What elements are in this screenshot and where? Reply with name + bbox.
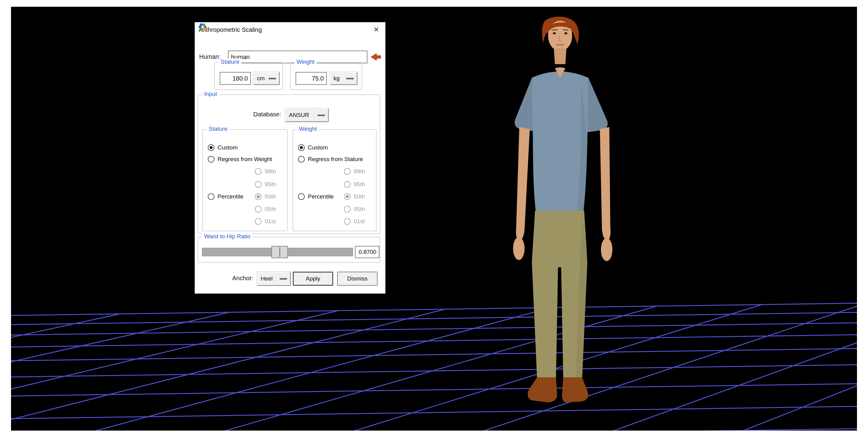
input-weight-label: Weight xyxy=(297,125,319,132)
radio-weight-95th-label: 95th xyxy=(354,181,365,188)
radio-weight-50th-label: 50th xyxy=(354,193,365,200)
human-label: Human: xyxy=(199,53,221,60)
anchor-dropdown[interactable]: Heel xyxy=(257,272,291,286)
radio-stature-99th-label: 99th xyxy=(265,168,276,175)
database-label: Database: xyxy=(253,111,281,118)
human-head xyxy=(542,17,579,51)
radio-stature-95th-label: 95th xyxy=(265,181,276,188)
dialog-title: Anthropometric Scaling xyxy=(198,26,262,33)
dropdown-dash-icon xyxy=(269,78,276,79)
radio-stature-05th xyxy=(255,206,261,212)
stature-group: Stature cm xyxy=(214,62,283,90)
waist-ratio-value-input[interactable] xyxy=(355,246,379,258)
radio-weight-99th xyxy=(344,168,351,175)
radio-weight-01st-label: 01st xyxy=(354,218,365,225)
weight-unit-dropdown[interactable]: kg xyxy=(330,72,358,85)
radio-weight-regress-label: Regress from Stature xyxy=(308,156,363,163)
input-group-label: Input xyxy=(202,91,219,97)
weight-unit-value: kg xyxy=(334,75,340,82)
radio-stature-regress[interactable] xyxy=(208,156,215,163)
dropdown-dash-icon xyxy=(280,278,287,280)
radio-stature-01st-label: 01st xyxy=(265,218,276,225)
human-figure[interactable] xyxy=(478,16,641,414)
anchor-value: Heel xyxy=(261,275,273,282)
radio-stature-95th xyxy=(255,181,261,188)
weight-group: Weight kg xyxy=(290,62,362,90)
close-button[interactable]: ✕ xyxy=(368,22,385,37)
weight-value-input[interactable] xyxy=(296,72,327,85)
radio-weight-percentile[interactable] xyxy=(298,193,305,200)
anthropometric-scaling-dialog: Anthropometric Scaling ✕ Human: Stature … xyxy=(194,22,385,294)
input-weight-subgroup: Weight Custom Regress from Stature 99th xyxy=(292,129,377,231)
radio-weight-01st xyxy=(344,218,351,225)
pick-human-icon[interactable] xyxy=(370,52,381,62)
slider-thumb-ridge xyxy=(279,247,280,257)
human-pants xyxy=(532,211,587,379)
input-stature-label: Stature xyxy=(207,125,229,132)
radio-weight-custom[interactable] xyxy=(298,144,305,151)
radio-stature-99th xyxy=(255,168,261,175)
radio-weight-regress[interactable] xyxy=(298,156,305,163)
dropdown-dash-icon xyxy=(318,115,325,116)
ground-grid xyxy=(11,7,857,431)
human-neck xyxy=(554,49,566,64)
radio-weight-percentile-label: Percentile xyxy=(308,193,334,200)
stature-value-input[interactable] xyxy=(220,72,251,85)
radio-stature-percentile[interactable] xyxy=(208,193,215,200)
radio-stature-05th-label: 05th xyxy=(265,206,276,212)
dialog-titlebar[interactable]: Anthropometric Scaling xyxy=(195,22,385,37)
radio-weight-05th-label: 05th xyxy=(354,206,365,212)
app-icon xyxy=(198,22,207,32)
dismiss-button[interactable]: Dismiss xyxy=(337,272,377,286)
application-window: Anthropometric Scaling ✕ Human: Stature … xyxy=(0,0,868,441)
waist-hip-ratio-label: Waist to Hip Ratio xyxy=(202,233,252,240)
radio-stature-regress-label: Regress from Weight xyxy=(218,156,272,163)
radio-stature-01st xyxy=(255,218,261,225)
dropdown-dash-icon xyxy=(346,78,354,79)
radio-stature-custom[interactable] xyxy=(208,144,215,151)
stature-unit-value: cm xyxy=(257,75,265,82)
waist-hip-ratio-group: Waist to Hip Ratio xyxy=(198,237,380,263)
stature-group-label: Stature xyxy=(218,58,241,65)
anchor-label: Anchor: xyxy=(232,275,253,282)
radio-weight-95th xyxy=(344,181,351,188)
radio-stature-percentile-label: Percentile xyxy=(218,193,244,200)
radio-weight-05th xyxy=(344,206,351,212)
radio-stature-50th xyxy=(255,193,261,200)
input-stature-subgroup: Stature Custom Regress from Weight 99th xyxy=(202,129,288,231)
viewport-3d[interactable]: Anthropometric Scaling ✕ Human: Stature … xyxy=(11,7,857,431)
database-dropdown[interactable]: ANSUR xyxy=(285,109,329,122)
waist-ratio-slider-thumb[interactable] xyxy=(271,246,288,258)
weight-group-label: Weight xyxy=(294,58,317,65)
radio-stature-50th-label: 50th xyxy=(265,193,276,200)
input-group: Input Database: ANSUR Stature Custom Re xyxy=(198,94,380,234)
stature-unit-dropdown[interactable]: cm xyxy=(253,72,280,85)
radio-weight-99th-label: 99th xyxy=(354,168,365,175)
radio-weight-50th xyxy=(344,193,351,200)
database-value: ANSUR xyxy=(289,112,309,119)
radio-weight-custom-label: Custom xyxy=(308,144,328,151)
human-shoes xyxy=(528,377,588,403)
radio-stature-custom-label: Custom xyxy=(218,144,238,151)
apply-button[interactable]: Apply xyxy=(293,272,333,286)
